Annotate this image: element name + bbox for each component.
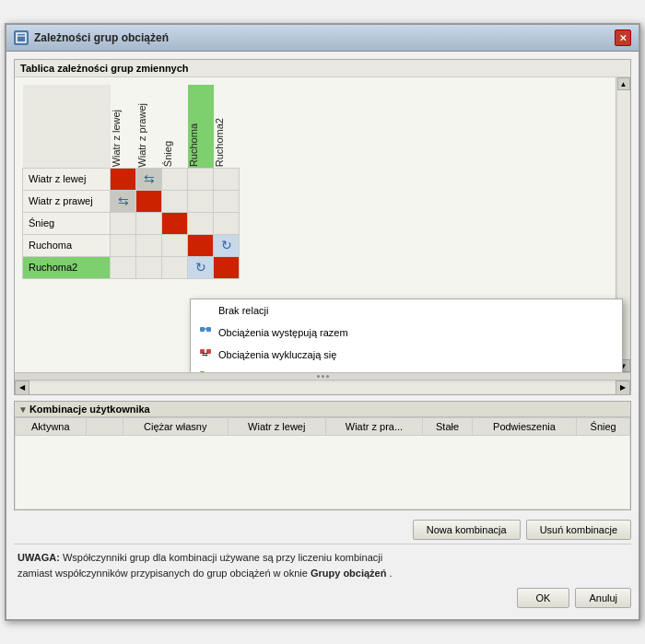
table-row: Śnieg — [23, 212, 240, 234]
window-icon — [14, 30, 29, 45]
scroll-up-arrow[interactable]: ▲ — [617, 77, 630, 90]
buttons-row: Nowa kombinacja Usuń kombinacje — [14, 516, 631, 544]
cell-1-2[interactable] — [162, 190, 188, 212]
cell-4-0[interactable] — [111, 256, 136, 278]
cell-3-0[interactable] — [111, 234, 136, 256]
col-podwieszenia[interactable]: Podwieszenia — [472, 418, 576, 436]
row-label-wiatr-lewej: Wiatr z lewej — [23, 168, 111, 190]
window-content: Tablica zależności grup zmiennych Wiatr … — [6, 52, 639, 619]
cell-0-0[interactable] — [111, 168, 136, 190]
row-label-ruchoma2: Ruchoma2 — [23, 256, 111, 278]
kolumna-icon — [198, 369, 213, 372]
wykluczaja-icon: ⇆ — [198, 347, 213, 362]
col-stale[interactable]: Stałe — [423, 418, 472, 436]
menu-label-kolumna: Obciążenia w kolumnie występują tylko wt… — [218, 371, 592, 372]
cell-3-4[interactable]: ↻ — [214, 234, 240, 256]
col-header-ruchoma: Ruchoma — [188, 85, 214, 168]
ok-cancel-row: OK Anuluj — [14, 584, 631, 612]
kombinacje-header: ▼ Kombinacje użytkownika — [15, 402, 630, 417]
cell-4-3[interactable]: ↻ — [188, 256, 214, 278]
cell-4-4[interactable] — [214, 256, 240, 278]
menu-item-brak[interactable]: Brak relacji — [191, 299, 622, 322]
cell-4-2[interactable] — [162, 256, 188, 278]
col-header-wiatr-lewej: Wiatr z lewej — [111, 85, 136, 168]
cell-2-4[interactable] — [214, 212, 240, 234]
nowa-kombinacja-button[interactable]: Nowa kombinacja — [413, 520, 521, 540]
svg-rect-8 — [200, 371, 205, 372]
dependency-matrix: Wiatr z lewej Wiatr z prawej Śnieg — [22, 85, 240, 279]
cell-1-4[interactable] — [214, 190, 240, 212]
row-label-wiatr-prawej: Wiatr z prawej — [23, 190, 111, 212]
h-scroll-track[interactable] — [29, 382, 616, 393]
menu-item-wykluczaja[interactable]: ⇆ Obciążenia wykluczają się — [191, 344, 622, 366]
cell-0-1[interactable]: ⇆ — [136, 168, 162, 190]
footer-uwaga: UWAGA: — [18, 552, 60, 563]
cell-2-0[interactable] — [111, 212, 136, 234]
window-title: Zależności grup obciążeń — [34, 31, 169, 44]
col-aktywna[interactable]: Aktywna — [16, 418, 87, 436]
main-window: Zależności grup obciążeń ✕ Tablica zależ… — [5, 23, 640, 621]
kombinacje-empty-row — [16, 436, 630, 509]
footer-note: UWAGA: Współczynniki grup dla kombinacji… — [14, 544, 631, 584]
cell-4-1[interactable] — [136, 256, 162, 278]
cell-3-1[interactable] — [136, 234, 162, 256]
table-area: Wiatr z lewej Wiatr z prawej Śnieg — [15, 77, 630, 372]
kombinacje-header-row: Aktywna Ciężar własny Wiatr z lewej Wiat… — [16, 418, 630, 436]
svg-rect-0 — [17, 33, 26, 42]
cancel-button[interactable]: Anuluj — [575, 588, 631, 608]
cell-1-0[interactable]: ⇆ — [111, 190, 136, 212]
footer-link: Grupy obciążeń — [311, 568, 387, 579]
sync-icon-ruchoma2: ↻ — [192, 258, 210, 276]
kombinacje-table-container: Aktywna Ciężar własny Wiatr z lewej Wiat… — [15, 417, 630, 509]
col-wiatr-lewej[interactable]: Wiatr z lewej — [228, 418, 325, 436]
cell-2-3[interactable] — [188, 212, 214, 234]
table-row: Wiatr z lewej ⇆ — [23, 168, 240, 190]
menu-label-brak: Brak relacji — [218, 305, 268, 316]
scroll-right-arrow[interactable]: ▶ — [616, 381, 630, 395]
cell-3-3[interactable] — [188, 234, 214, 256]
table-row: Ruchoma ↻ — [23, 234, 240, 256]
svg-text:⇆: ⇆ — [202, 350, 208, 358]
ok-button[interactable]: OK — [517, 588, 570, 608]
sync-icon-ruchoma: ↻ — [217, 236, 236, 254]
row-label-snieg: Śnieg — [23, 212, 111, 234]
col-snieg[interactable]: Śnieg — [577, 418, 630, 436]
main-table-section: Tablica zależności grup zmiennych Wiatr … — [14, 59, 631, 395]
razem-icon — [198, 325, 213, 340]
kombinacje-label: Kombinacje użytkownika — [29, 404, 150, 415]
exclude-icon-2: ⇆ — [114, 192, 133, 210]
cell-0-3[interactable] — [188, 168, 214, 190]
col-wiatr-prawej[interactable]: Wiatr z pra... — [325, 418, 423, 436]
menu-label-wykluczaja: Obciążenia wykluczają się — [218, 349, 336, 360]
svg-rect-2 — [200, 327, 205, 332]
close-button[interactable]: ✕ — [615, 29, 631, 46]
cell-3-2[interactable] — [162, 234, 188, 256]
exclude-icon: ⇆ — [140, 170, 158, 188]
title-bar: Zależności grup obciążeń ✕ — [6, 25, 639, 52]
menu-label-razem: Obciążenia występują razem — [218, 327, 348, 338]
col-empty[interactable] — [86, 418, 123, 436]
main-table-label: Tablica zależności grup zmiennych — [15, 60, 630, 77]
col-header-ruchoma2: Ruchoma2 — [214, 85, 240, 168]
kombinacje-expand-icon[interactable]: ▼ — [18, 404, 28, 415]
usun-kombinacje-button[interactable]: Usuń kombinacje — [526, 520, 631, 540]
table-row: Ruchoma2 ↻ — [23, 256, 240, 278]
footer-text: Współczynniki grup dla kombinacji używan… — [63, 552, 382, 563]
cell-2-2[interactable] — [162, 212, 188, 234]
cell-2-1[interactable] — [136, 212, 162, 234]
menu-item-razem[interactable]: Obciążenia występują razem — [191, 322, 622, 344]
resize-handle[interactable] — [15, 372, 630, 380]
cell-1-1[interactable] — [136, 190, 162, 212]
footer-dot: . — [390, 568, 393, 579]
horizontal-scrollbar[interactable]: ◀ ▶ — [15, 380, 630, 394]
footer-text-2: zamiast współczynników przypisanych do g… — [18, 568, 311, 579]
scroll-left-arrow[interactable]: ◀ — [15, 381, 29, 395]
cell-1-3[interactable] — [188, 190, 214, 212]
context-menu: Brak relacji Obciążenia występują razem — [190, 299, 623, 372]
cell-0-4[interactable] — [214, 168, 240, 190]
menu-item-kolumna[interactable]: Obciążenia w kolumnie występują tylko wt… — [191, 366, 622, 372]
col-ciezar[interactable]: Ciężar własny — [123, 418, 228, 436]
row-label-ruchoma: Ruchoma — [23, 234, 111, 256]
kombinacje-body — [16, 436, 630, 509]
cell-0-2[interactable] — [162, 168, 188, 190]
